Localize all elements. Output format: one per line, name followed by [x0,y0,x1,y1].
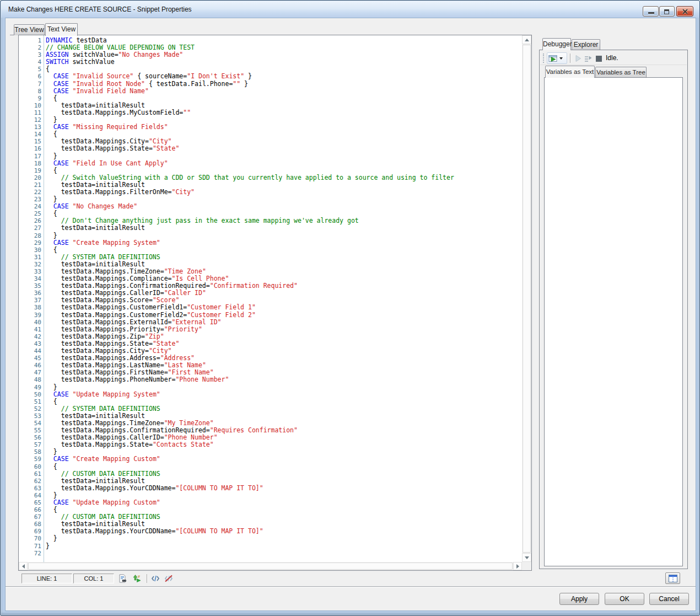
line-number: 59 [19,456,41,463]
line-number: 70 [19,535,41,542]
line-number: 24 [19,203,41,210]
minimize-icon [648,12,654,14]
vertical-scroll-thumb[interactable] [523,45,531,553]
run-format-icon[interactable] [132,574,141,583]
variables-panel[interactable] [544,77,683,566]
minimize-button[interactable] [643,6,659,17]
code-line[interactable]: testData.Mappings.YourCDDName="[COLUMN T… [46,485,454,492]
line-number: 7 [19,81,41,88]
vertical-scrollbar[interactable] [522,35,531,562]
start-debug-icon [548,54,558,63]
code-line[interactable]: CASE "No Changes Made" [46,203,454,210]
code-area[interactable]: DYNAMIC testData// CHANGE BELOW VALUE DE… [46,37,454,557]
line-number: 57 [19,441,41,448]
code-line[interactable]: testData.Mappings.State="Contacts State" [46,441,454,448]
line-number: 4 [19,58,41,66]
horizontal-scroll-thumb[interactable] [28,563,513,570]
line-number: 20 [19,174,41,181]
tab-explorer[interactable]: Explorer [572,39,600,50]
line-indicator: LINE: 1 [21,574,72,583]
code-line[interactable] [46,550,454,557]
line-number: 49 [19,384,41,391]
arrow-up-icon [525,39,529,41]
scroll-down-button[interactable] [522,553,531,562]
line-number: 44 [19,347,41,355]
line-number: 17 [19,153,41,160]
xml-code-icon[interactable] [151,574,160,583]
line-number: 28 [19,232,41,239]
apply-button[interactable]: Apply [559,593,599,605]
tab-text-view[interactable]: Text View [45,23,78,36]
footer-separator [6,586,696,587]
xml-code-disabled-icon[interactable] [164,574,173,583]
ok-button[interactable]: OK [605,593,644,605]
tab-variables-as-text[interactable]: Variables as Text [545,66,595,78]
line-number: 53 [19,413,41,420]
code-line[interactable]: CASE "Create Mapping Custom" [46,456,454,463]
line-number: 36 [19,290,41,297]
scroll-up-button[interactable] [522,35,531,44]
tab-tree-view[interactable]: Tree View [14,24,45,35]
code-line[interactable]: testData.Mappings.State="State" [46,145,454,152]
play-icon[interactable] [574,54,583,63]
dropdown-arrow-icon [559,57,563,60]
title-bar[interactable]: Make Changes HERE CREATE SOURCE - Snippe… [1,1,700,18]
line-number: 60 [19,463,41,470]
line-number: 10 [19,102,41,109]
validate-document-icon[interactable] [118,574,127,583]
arrow-down-icon [525,556,529,559]
scroll-left-button[interactable] [19,562,28,570]
step-icon[interactable] [584,54,593,63]
maximize-button[interactable] [659,6,675,17]
line-number: 27 [19,224,41,232]
code-pane[interactable]: 1234567891011121314151617181920212223242… [19,35,522,562]
tab-variables-as-tree[interactable]: Variables as Tree [595,67,647,77]
code-line[interactable]: testData.Mappings.PhoneNumber="Phone Num… [46,376,454,383]
line-number: 68 [19,521,41,528]
tab-debugger[interactable]: Debugger [542,38,571,50]
code-line[interactable]: CASE "Missing Required Fields" [46,124,454,131]
code-line[interactable]: } [46,543,454,550]
line-number: 38 [19,304,41,311]
stop-icon[interactable] [595,55,602,62]
code-line[interactable]: CASE "Create Mapping System" [46,239,454,247]
line-number: 18 [19,160,41,167]
cancel-button[interactable]: Cancel [649,593,689,605]
code-line[interactable]: SWITCH switchValue [46,58,454,66]
close-button[interactable] [676,6,693,17]
line-number: 71 [19,543,41,550]
scroll-right-button[interactable] [513,562,522,570]
line-number: 58 [19,448,41,456]
line-number: 64 [19,492,41,499]
maximize-icon [664,9,669,14]
line-number: 6 [19,73,41,80]
toolbar-grip[interactable] [543,53,545,63]
scrollbar-corner [522,562,531,570]
line-number: 67 [19,513,41,521]
line-number: 22 [19,189,41,196]
code-line[interactable]: } [46,535,454,542]
code-line[interactable]: CASE "Field In Use Cant Apply" [46,160,454,167]
code-line[interactable]: CASE "Update Mapping Custom" [46,499,454,506]
code-line[interactable]: testData.Mappings.FilterOnMe="City" [46,189,454,196]
close-icon [681,8,689,15]
start-debug-button[interactable] [547,52,567,64]
horizontal-scrollbar[interactable] [19,562,522,570]
code-line[interactable]: CASE "Invalid Field Name" [46,88,454,95]
code-line[interactable]: CASE "Update Mapping System" [46,391,454,398]
code-line[interactable]: testData.Mappings.YourCDDName="[COLUMN T… [46,528,454,535]
code-line[interactable]: testData.Mappings.MyCustomField="" [46,109,454,116]
line-number: 32 [19,261,41,268]
line-number: 29 [19,239,41,247]
line-number: 12 [19,116,41,124]
line-number: 19 [19,167,41,174]
line-number: 25 [19,210,41,217]
line-number: 72 [19,550,41,557]
arrow-left-icon [22,564,25,569]
panel-toggle-button[interactable] [665,572,680,584]
code-line[interactable]: testData=initialResult [46,224,454,232]
line-number: 26 [19,217,41,224]
line-number: 2 [19,44,41,51]
line-number: 33 [19,268,41,275]
code-editor[interactable]: 1234567891011121314151617181920212223242… [18,35,532,571]
